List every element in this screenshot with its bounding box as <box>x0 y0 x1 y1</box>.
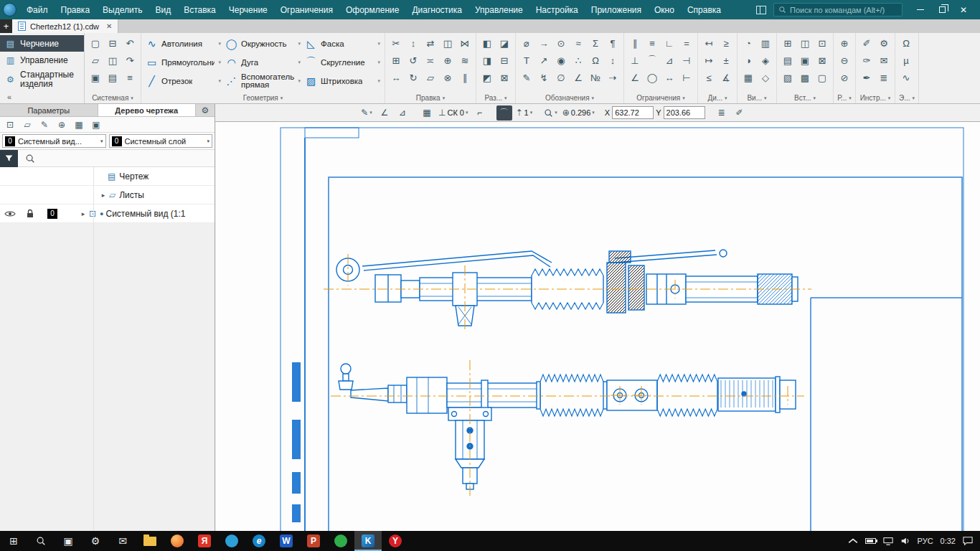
tool-icon[interactable]: ◨ <box>479 52 496 69</box>
tool-icon[interactable]: ∿ <box>897 69 915 86</box>
tab-close-icon[interactable]: ✕ <box>106 22 112 30</box>
corner-snap-button[interactable]: ⌐ <box>472 105 488 121</box>
coordinate-system-dropdown[interactable]: ⊥СК 0▾ <box>437 105 470 121</box>
messenger-icon[interactable] <box>218 531 245 551</box>
tool-icon[interactable]: ⊗ <box>439 69 456 86</box>
tool-icon[interactable]: ⊟ <box>496 52 513 69</box>
menu-item[interactable]: Справка <box>681 0 727 19</box>
tool-icon[interactable]: µ <box>897 52 915 69</box>
tool-icon[interactable]: ≍ <box>422 52 439 69</box>
layer-filter-dropdown[interactable]: 0 Системный слой ▾ <box>109 134 213 148</box>
tool-icon[interactable]: ≡ <box>121 69 138 86</box>
close-button[interactable]: ✕ <box>953 0 974 19</box>
tool-icon[interactable]: ⊙ <box>552 34 570 52</box>
snap-perpendicular-button[interactable]: ⊿ <box>395 105 410 121</box>
menu-item[interactable]: Ограничения <box>274 0 339 19</box>
tool-icon[interactable]: ▦ <box>740 69 757 86</box>
menu-item[interactable]: Выделить <box>96 0 149 19</box>
tool-icon[interactable]: ≣ <box>875 69 892 86</box>
tool-icon[interactable]: ◇ <box>757 69 774 86</box>
tool-icon[interactable]: ▱ <box>422 69 439 86</box>
tool-icon[interactable]: ↗ <box>535 52 552 69</box>
task-view-icon[interactable]: ▣ <box>55 531 82 551</box>
tool-icon[interactable]: Ω <box>897 34 915 52</box>
window-layout-icon[interactable] <box>756 6 766 14</box>
tree-search-icon[interactable] <box>25 154 35 164</box>
tool-icon[interactable]: Σ <box>587 34 604 52</box>
geometry-tool-button[interactable]: ⌒ Скругление <box>303 53 382 72</box>
tool-icon[interactable]: ✉ <box>875 52 892 69</box>
tool-icon[interactable]: ↦ <box>700 52 717 69</box>
tool-icon[interactable]: ↤ <box>700 34 717 52</box>
collapse-modes-icon[interactable]: « <box>0 92 84 103</box>
tree-tool-icon[interactable]: ▱ <box>19 118 35 132</box>
yandex-browser-icon[interactable]: Y <box>382 531 409 551</box>
tool-icon[interactable]: ⊕ <box>836 34 853 52</box>
tool-icon[interactable]: ◧ <box>479 34 496 52</box>
group-label-layout[interactable]: Раз...▾ <box>479 93 513 103</box>
tree-tool-icon[interactable]: ▦ <box>71 118 87 132</box>
tool-icon[interactable]: ↶ <box>121 34 138 52</box>
tool-icon[interactable]: ◫ <box>104 52 121 69</box>
view-number-badge[interactable]: 0 <box>47 209 57 219</box>
geometry-tool-button[interactable]: ◯ Окружность <box>223 34 303 53</box>
tool-icon[interactable]: Ω <box>587 52 604 69</box>
rounding-toggle-button[interactable]: ⌒ <box>496 105 512 121</box>
tool-icon[interactable]: = <box>678 34 695 52</box>
tool-icon[interactable]: ◉ <box>552 52 570 69</box>
tool-icon[interactable]: ↕ <box>604 52 621 69</box>
tool-icon[interactable]: ∠ <box>570 69 587 86</box>
x-coordinate-field[interactable]: 632.72 <box>612 106 654 119</box>
tool-icon[interactable]: ⊣ <box>678 52 695 69</box>
tool-icon[interactable]: ⊘ <box>836 69 853 86</box>
geometry-tool-button[interactable]: ◺ Фаска <box>303 34 382 53</box>
tool-icon[interactable]: ✎ <box>518 69 535 86</box>
word-icon[interactable]: W <box>273 531 300 551</box>
tool-icon[interactable]: ⊿ <box>661 52 678 69</box>
tool-icon[interactable]: ↻ <box>405 69 422 86</box>
layer-dropdown[interactable]: ⇡1▾ <box>514 105 534 121</box>
tool-icon[interactable]: ⊞ <box>387 52 405 69</box>
network-icon[interactable] <box>883 536 893 546</box>
menu-item[interactable]: Файл <box>20 0 55 19</box>
geometry-tool-button[interactable]: ╱ Отрезок <box>143 72 223 90</box>
tool-icon[interactable]: ⚙ <box>875 34 892 52</box>
restore-button[interactable] <box>931 0 953 19</box>
tool-icon[interactable]: ✒ <box>858 69 875 86</box>
snap-angle-button[interactable]: ∠ <box>377 105 392 121</box>
tool-icon[interactable]: ◈ <box>757 52 774 69</box>
tool-icon[interactable]: ⇢ <box>604 69 621 86</box>
tool-icon[interactable]: ⊠ <box>814 52 831 69</box>
geometry-tool-button[interactable]: ▭ Прямоугольник <box>143 53 223 72</box>
tool-icon[interactable]: ▣ <box>87 69 104 86</box>
zoom-value[interactable]: ⊕0.296▾ <box>561 105 596 121</box>
tool-icon[interactable]: ↯ <box>535 69 552 86</box>
tool-icon[interactable]: ⇄ <box>422 34 439 52</box>
tab-drawing-tree[interactable]: Дерево чертежа <box>98 104 197 116</box>
tree-tool-icon[interactable]: ✎ <box>37 118 52 132</box>
drawing-canvas[interactable] <box>216 122 980 531</box>
menu-item[interactable]: Управление <box>468 0 529 19</box>
tool-icon[interactable]: ⊟ <box>104 34 121 52</box>
file-explorer-icon[interactable] <box>136 531 164 551</box>
tool-icon[interactable]: ∟ <box>661 34 678 52</box>
panel-gear-icon[interactable]: ⚙ <box>196 104 215 116</box>
group-label-annotations[interactable]: Обозначения▾ <box>518 93 621 103</box>
powerpoint-icon[interactable]: P <box>300 531 327 551</box>
view-filter-dropdown[interactable]: 0 Системный вид... ▾ <box>2 134 106 148</box>
y-coordinate-field[interactable]: 203.66 <box>664 106 705 119</box>
geometry-tool-button[interactable]: ◠ Дуга <box>223 53 303 72</box>
tool-icon[interactable]: ⊡ <box>814 34 831 52</box>
tree-item-system-view[interactable]: 0 ▸ ⊡ ● Системный вид (1:1 <box>0 204 215 223</box>
new-document-button[interactable]: + <box>0 19 12 33</box>
grid-toggle-button[interactable]: ▦ <box>419 105 435 121</box>
group-label-views[interactable]: Ви...▾ <box>740 93 774 103</box>
tool-icon[interactable]: → <box>535 34 552 52</box>
yandex-app-icon[interactable]: Я <box>191 531 218 551</box>
tool-icon[interactable]: ▣ <box>796 52 814 69</box>
document-tab[interactable]: Chertezh12 (1).cdw ✕ <box>12 19 118 33</box>
group-label-diagnostics[interactable]: Ди...▾ <box>700 93 735 103</box>
menu-item[interactable]: Настройка <box>529 0 585 19</box>
tool-icon[interactable]: ≥ <box>717 34 735 52</box>
settings-gear-icon[interactable]: ⚙ <box>82 531 109 551</box>
